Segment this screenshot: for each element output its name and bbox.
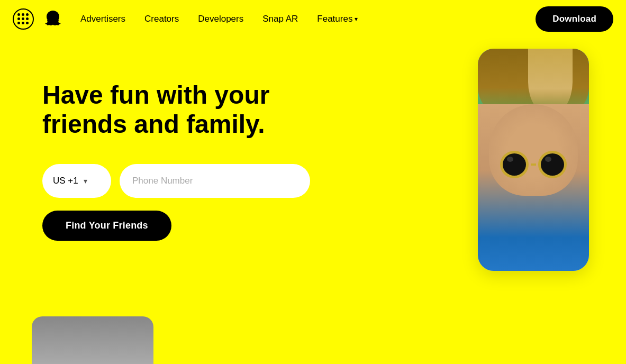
navbar-right: Download	[536, 6, 613, 32]
phone-screen	[478, 49, 589, 271]
download-button[interactable]: Download	[536, 6, 613, 32]
dot	[17, 17, 20, 20]
features-label: Features	[317, 14, 352, 24]
grid-menu-icon[interactable]	[13, 8, 34, 30]
chevron-down-icon: ▾	[355, 15, 358, 23]
snapchat-logo-icon	[42, 8, 63, 30]
navbar-left	[13, 8, 63, 30]
face-skin	[489, 104, 578, 196]
main-content: Have fun with your friends and family. U…	[0, 38, 626, 364]
grid-dots	[17, 13, 29, 25]
country-code-text: US +1	[53, 176, 78, 186]
glass-right-icon	[538, 151, 567, 178]
phone-number-input[interactable]	[120, 164, 310, 198]
dot	[26, 22, 29, 24]
bottom-preview-card	[32, 316, 153, 364]
country-code-selector[interactable]: US +1 ▾	[42, 164, 111, 198]
dot	[26, 13, 29, 16]
nav-links: Advertisers Creators Developers Snap AR …	[80, 14, 358, 24]
dot	[22, 13, 24, 16]
nav-link-advertisers[interactable]: Advertisers	[80, 14, 125, 24]
nav-link-features[interactable]: Features ▾	[317, 14, 358, 24]
glass-left-icon	[500, 151, 529, 178]
phone-mockup	[478, 49, 589, 271]
dot	[17, 22, 20, 24]
chevron-down-icon: ▾	[84, 177, 87, 185]
phone-mockup-container	[478, 49, 594, 271]
nav-link-snap-ar[interactable]: Snap AR	[262, 14, 298, 24]
glasses-bridge-icon	[531, 163, 536, 166]
dot	[17, 13, 20, 16]
dot	[26, 17, 29, 20]
find-friends-button[interactable]: Find Your Friends	[42, 211, 171, 241]
dot	[22, 22, 24, 24]
navbar: Advertisers Creators Developers Snap AR …	[0, 0, 626, 38]
glasses-filter	[500, 151, 567, 178]
face-area	[478, 104, 589, 271]
bottom-card-image	[32, 316, 153, 364]
dot	[22, 17, 24, 20]
hero-title: Have fun with your friends and family.	[42, 80, 349, 139]
nav-link-creators[interactable]: Creators	[144, 14, 179, 24]
nav-link-developers[interactable]: Developers	[198, 14, 243, 24]
